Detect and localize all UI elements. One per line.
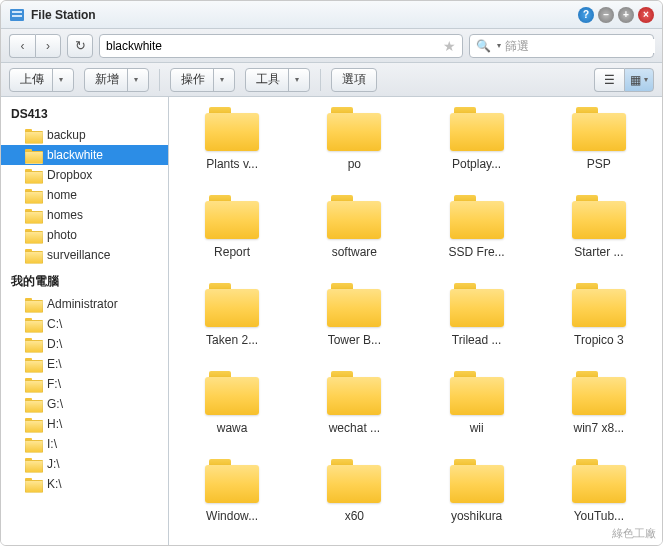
- file-item[interactable]: wechat ...: [295, 367, 413, 439]
- back-button[interactable]: ‹: [9, 34, 35, 58]
- sidebar-item-drive[interactable]: G:\: [1, 394, 168, 414]
- minimize-button[interactable]: –: [598, 7, 614, 23]
- new-button[interactable]: 新增 ▾: [84, 68, 149, 92]
- forward-button[interactable]: ›: [35, 34, 61, 58]
- folder-icon: [572, 195, 626, 239]
- file-item[interactable]: Taken 2...: [173, 279, 291, 351]
- file-item[interactable]: x60: [295, 455, 413, 527]
- folder-icon: [205, 107, 259, 151]
- file-item[interactable]: SSD Fre...: [418, 191, 536, 263]
- sidebar-item-drive[interactable]: Administrator: [1, 294, 168, 314]
- maximize-button[interactable]: +: [618, 7, 634, 23]
- file-item[interactable]: Window...: [173, 455, 291, 527]
- file-label: Tower B...: [309, 333, 399, 347]
- file-item[interactable]: PSP: [540, 103, 658, 175]
- file-label: Taken 2...: [187, 333, 277, 347]
- view-grid-button[interactable]: ▦▾: [624, 68, 654, 92]
- sidebar-item-label: surveillance: [47, 248, 110, 262]
- sidebar-item-share[interactable]: home: [1, 185, 168, 205]
- file-item[interactable]: Plants v...: [173, 103, 291, 175]
- view-list-button[interactable]: ☰: [594, 68, 624, 92]
- action-button[interactable]: 操作 ▾: [170, 68, 235, 92]
- file-item[interactable]: Tower B...: [295, 279, 413, 351]
- sidebar-item-drive[interactable]: F:\: [1, 374, 168, 394]
- folder-icon: [327, 371, 381, 415]
- sidebar-item-label: H:\: [47, 417, 62, 431]
- sidebar-item-share[interactable]: photo: [1, 225, 168, 245]
- app-icon: [9, 7, 25, 23]
- content-area[interactable]: Plants v... po Potplay... PSP Report sof…: [169, 97, 662, 546]
- file-item[interactable]: Starter ...: [540, 191, 658, 263]
- file-label: po: [309, 157, 399, 171]
- upload-button[interactable]: 上傳 ▾: [9, 68, 74, 92]
- path-input[interactable]: [106, 39, 443, 53]
- help-button[interactable]: ?: [578, 7, 594, 23]
- folder-icon: [205, 283, 259, 327]
- sidebar-item-share[interactable]: blackwhite: [1, 145, 168, 165]
- file-label: PSP: [554, 157, 644, 171]
- folder-icon: [25, 338, 41, 351]
- file-item[interactable]: software: [295, 191, 413, 263]
- sidebar-item-drive[interactable]: D:\: [1, 334, 168, 354]
- sidebar-item-share[interactable]: Dropbox: [1, 165, 168, 185]
- file-label: software: [309, 245, 399, 259]
- sidebar-item-label: blackwhite: [47, 148, 103, 162]
- upload-label: 上傳: [20, 71, 44, 88]
- sidebar-item-share[interactable]: homes: [1, 205, 168, 225]
- tree-computer-label[interactable]: 我的電腦: [1, 265, 168, 294]
- chevron-down-icon: ▾: [288, 69, 299, 91]
- sidebar-item-label: F:\: [47, 377, 61, 391]
- chevron-down-icon: ▾: [127, 69, 138, 91]
- search-icon: 🔍: [476, 39, 491, 53]
- folder-icon: [205, 195, 259, 239]
- view-toggle: ☰ ▦▾: [594, 68, 654, 92]
- file-item[interactable]: Potplay...: [418, 103, 536, 175]
- folder-icon: [25, 209, 41, 222]
- reload-button[interactable]: ↻: [67, 34, 93, 58]
- folder-icon: [25, 169, 41, 182]
- folder-icon: [25, 298, 41, 311]
- favorite-icon[interactable]: ★: [443, 38, 456, 54]
- sidebar-item-label: Dropbox: [47, 168, 92, 182]
- file-item[interactable]: po: [295, 103, 413, 175]
- sidebar-item-drive[interactable]: H:\: [1, 414, 168, 434]
- sidebar-item-drive[interactable]: J:\: [1, 454, 168, 474]
- file-label: yoshikura: [432, 509, 522, 523]
- file-item[interactable]: win7 x8...: [540, 367, 658, 439]
- sidebar-item-share[interactable]: surveillance: [1, 245, 168, 265]
- tree-root-label[interactable]: DS413: [1, 101, 168, 125]
- sidebar-item-drive[interactable]: I:\: [1, 434, 168, 454]
- window-buttons: ? – + ×: [578, 7, 654, 23]
- window-title: File Station: [31, 8, 578, 22]
- folder-icon: [25, 458, 41, 471]
- file-item[interactable]: yoshikura: [418, 455, 536, 527]
- sidebar-item-label: D:\: [47, 337, 62, 351]
- path-field[interactable]: ★: [99, 34, 463, 58]
- sidebar-item-drive[interactable]: C:\: [1, 314, 168, 334]
- sidebar-item-drive[interactable]: K:\: [1, 474, 168, 494]
- file-item[interactable]: wii: [418, 367, 536, 439]
- options-button[interactable]: 選項: [331, 68, 377, 92]
- tools-button[interactable]: 工具 ▾: [245, 68, 310, 92]
- file-item[interactable]: wawa: [173, 367, 291, 439]
- divider: [159, 69, 160, 91]
- body: DS413 backupblackwhiteDropboxhomehomesph…: [1, 97, 662, 546]
- search-dropdown-icon[interactable]: ▾: [497, 41, 501, 50]
- history-buttons: ‹ ›: [9, 34, 61, 58]
- folder-icon: [572, 371, 626, 415]
- search-field[interactable]: 🔍 ▾: [469, 34, 654, 58]
- folder-icon: [327, 283, 381, 327]
- sidebar[interactable]: DS413 backupblackwhiteDropboxhomehomesph…: [1, 97, 169, 546]
- search-input[interactable]: [505, 39, 655, 53]
- file-item[interactable]: Report: [173, 191, 291, 263]
- sidebar-item-share[interactable]: backup: [1, 125, 168, 145]
- file-item[interactable]: Tropico 3: [540, 279, 658, 351]
- folder-icon: [25, 318, 41, 331]
- file-item[interactable]: Trilead ...: [418, 279, 536, 351]
- folder-icon: [327, 195, 381, 239]
- folder-icon: [25, 129, 41, 142]
- file-label: x60: [309, 509, 399, 523]
- sidebar-item-drive[interactable]: E:\: [1, 354, 168, 374]
- close-button[interactable]: ×: [638, 7, 654, 23]
- file-item[interactable]: YouTub...: [540, 455, 658, 527]
